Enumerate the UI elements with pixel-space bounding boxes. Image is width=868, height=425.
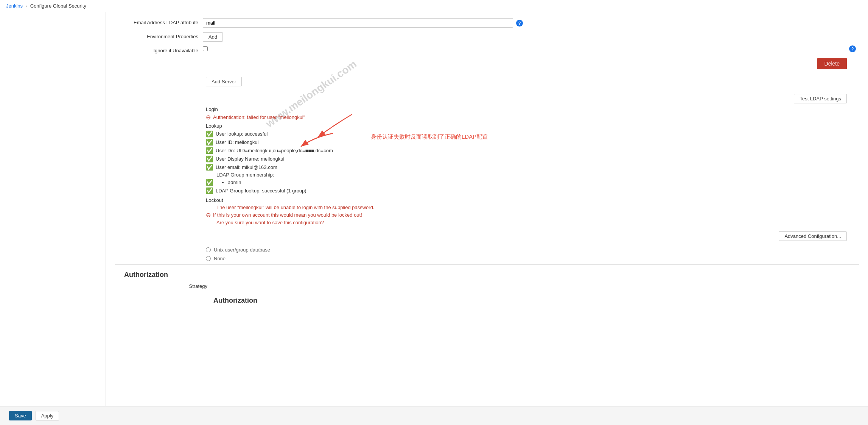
ignore-unavailable-label: Ignore if Unavailable	[115, 46, 198, 53]
auth-error-text: Authentication: failed for user "meilong…	[213, 114, 305, 120]
apply-button[interactable]: Apply	[36, 411, 59, 420]
unix-radio-row: Unix user/group database	[206, 247, 859, 253]
lockout-warning-text-1: If this is your own account this would m…	[213, 212, 362, 218]
env-properties-label: Environment Properties	[115, 32, 198, 39]
advanced-row: Advanced Configuration...	[115, 231, 859, 241]
lookup-text-3: User Display Name: meilongkui	[216, 156, 284, 162]
lookup-text-2: User Dn: UID=meilongkui,ou=people,dc=■■■…	[216, 148, 333, 153]
ldap-group-check-icon: ✅	[206, 179, 213, 186]
ldap-group-membership-row: LDAP Group membership:	[206, 172, 859, 178]
ldap-group-admin: admin	[228, 180, 241, 185]
none-radio-row: None	[206, 256, 859, 261]
authorization-subsection: Authorization	[115, 292, 859, 308]
lockout-warning-text-0: The user "meilongkui" will be unable to …	[216, 205, 375, 210]
lockout-warning-1: ⊖ If this is your own account this would…	[206, 211, 859, 219]
email-ldap-input[interactable]	[203, 18, 513, 28]
lookup-text-1: User ID: meilongkui	[216, 139, 258, 145]
email-ldap-label: Email Address LDAP attribute	[115, 18, 198, 25]
lockout-section: The user "meilongkui" will be unable to …	[206, 205, 859, 225]
ldap-results: Login ⊖ Authentication: failed for user …	[206, 106, 859, 225]
none-radio-label: None	[214, 256, 226, 261]
ignore-unavailable-help-icon[interactable]: ?	[849, 45, 856, 52]
sidebar	[0, 12, 106, 422]
lookup-success-icon-3: ✅	[206, 155, 213, 162]
email-ldap-control: ?	[203, 18, 859, 28]
lockout-error-icon-1: ⊖	[206, 211, 211, 219]
lookup-success-icon-1: ✅	[206, 139, 213, 146]
bottom-bar: Save Apply	[0, 406, 868, 422]
lockout-warning-2: Are you sure you want to save this confi…	[206, 220, 859, 225]
ignore-unavailable-control: ?	[203, 46, 859, 51]
main-layout: www.meilongkui.com Email Address LDAP at…	[0, 12, 868, 422]
lookup-text-4: User email: mlkui@163.com	[216, 164, 277, 170]
unix-radio[interactable]	[206, 247, 211, 252]
delete-button[interactable]: Delete	[817, 58, 847, 69]
topbar: Jenkins › Configure Global Security	[0, 0, 868, 12]
lookup-item-1: ✅ User ID: meilongkui	[206, 139, 859, 146]
ignore-unavailable-row: Ignore if Unavailable ?	[115, 46, 859, 53]
ldap-group-lookup-text: LDAP Group lookup: successful (1 group)	[216, 188, 306, 194]
env-properties-control: Add	[203, 32, 859, 42]
ldap-group-membership-label: LDAP Group membership:	[216, 172, 274, 178]
auth-error-item: ⊖ Authentication: failed for user "meilo…	[206, 114, 859, 121]
lookup-success-icon-0: ✅	[206, 130, 213, 138]
email-ldap-row: Email Address LDAP attribute ?	[115, 18, 859, 28]
save-button[interactable]: Save	[9, 411, 32, 420]
login-label: Login	[206, 106, 859, 112]
add-button[interactable]: Add	[203, 32, 223, 42]
add-server-button[interactable]: Add Server	[206, 77, 242, 86]
lookup-item-4: ✅ User email: mlkui@163.com	[206, 164, 859, 171]
delete-row: Delete	[115, 58, 859, 69]
lookup-success-icon-4: ✅	[206, 164, 213, 171]
lockout-label: Lockout	[206, 197, 859, 203]
ldap-group-check-row: ✅ admin	[206, 179, 859, 186]
test-ldap-button[interactable]: Test LDAP settings	[794, 94, 847, 103]
ldap-group-lookup-row: ✅ LDAP Group lookup: successful (1 group…	[206, 187, 859, 194]
lookup-label: Lookup	[206, 123, 859, 129]
auth-error-icon: ⊖	[206, 114, 211, 121]
lockout-warning-0: The user "meilongkui" will be unable to …	[206, 205, 859, 210]
ldap-group-lookup-icon: ✅	[206, 187, 213, 194]
test-ldap-row: Test LDAP settings	[115, 94, 859, 103]
ldap-group-list: admin	[228, 180, 241, 185]
none-radio[interactable]	[206, 256, 211, 261]
ignore-unavailable-checkbox[interactable]	[203, 46, 208, 51]
breadcrumb-separator: ›	[26, 4, 27, 8]
authorization-section-header: Authorization	[115, 264, 859, 282]
lookup-success-icon-2: ✅	[206, 147, 213, 154]
strategy-row: Strategy	[115, 282, 859, 289]
advanced-config-button[interactable]: Advanced Configuration...	[779, 231, 847, 241]
lookup-text-0: User lookup: successful	[216, 131, 268, 137]
content-inner: Email Address LDAP attribute ? Environme…	[106, 12, 868, 338]
lockout-warning-text-2: Are you sure you want to save this confi…	[216, 220, 324, 225]
lookup-item-2: ✅ User Dn: UID=meilongkui,ou=people,dc=■…	[206, 147, 859, 154]
strategy-label: Strategy	[124, 282, 207, 289]
env-properties-row: Environment Properties Add	[115, 32, 859, 42]
lookup-item-3: ✅ User Display Name: meilongkui	[206, 155, 859, 162]
email-ldap-help-icon[interactable]: ?	[516, 20, 523, 27]
lookup-item-0: ✅ User lookup: successful	[206, 130, 859, 138]
add-server-row: Add Server	[206, 77, 859, 86]
breadcrumb-root[interactable]: Jenkins	[6, 3, 23, 9]
main-content: www.meilongkui.com Email Address LDAP at…	[106, 12, 868, 422]
breadcrumb-current: Configure Global Security	[30, 3, 86, 9]
unix-radio-label: Unix user/group database	[214, 247, 270, 253]
